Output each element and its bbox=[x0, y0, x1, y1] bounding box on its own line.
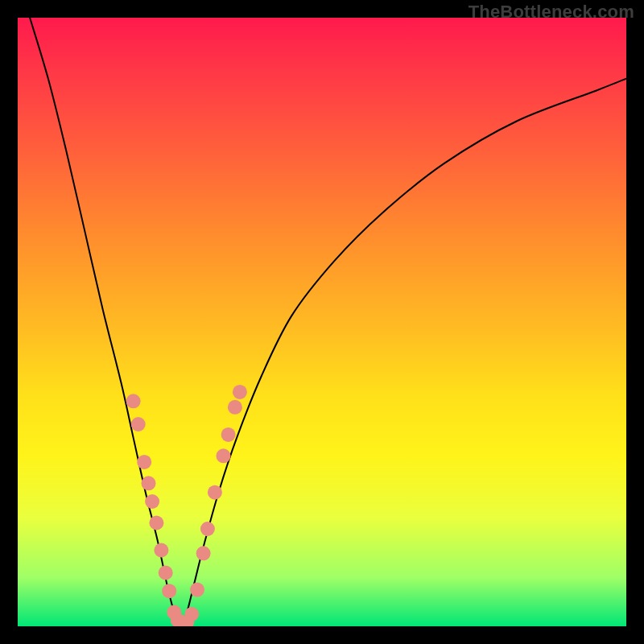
data-dot bbox=[171, 613, 185, 626]
data-dot bbox=[221, 427, 236, 442]
data-dot bbox=[190, 583, 204, 597]
data-dot bbox=[184, 607, 199, 621]
data-dot bbox=[167, 605, 181, 620]
chart-plot-area bbox=[18, 18, 626, 626]
data-dot bbox=[137, 455, 151, 469]
data-dot bbox=[126, 394, 141, 408]
data-dot bbox=[142, 476, 156, 490]
data-dot bbox=[233, 385, 247, 399]
data-dot bbox=[159, 566, 173, 580]
watermark-text: TheBottleneck.com bbox=[469, 2, 634, 23]
data-dot bbox=[149, 516, 163, 530]
data-dot bbox=[180, 615, 194, 626]
chart-svg bbox=[18, 18, 626, 626]
data-dot bbox=[208, 485, 222, 500]
data-dot bbox=[175, 616, 189, 626]
data-dot bbox=[131, 417, 146, 431]
highlighted-dots-group bbox=[126, 385, 247, 626]
data-dot bbox=[154, 543, 168, 558]
data-dot bbox=[196, 546, 211, 560]
chart-frame: TheBottleneck.com bbox=[0, 0, 644, 644]
data-dot bbox=[145, 494, 159, 509]
data-dot bbox=[217, 448, 231, 463]
data-dot bbox=[162, 584, 176, 598]
data-dot bbox=[200, 522, 215, 536]
bottleneck-curve bbox=[30, 18, 626, 623]
data-dot bbox=[228, 400, 242, 415]
